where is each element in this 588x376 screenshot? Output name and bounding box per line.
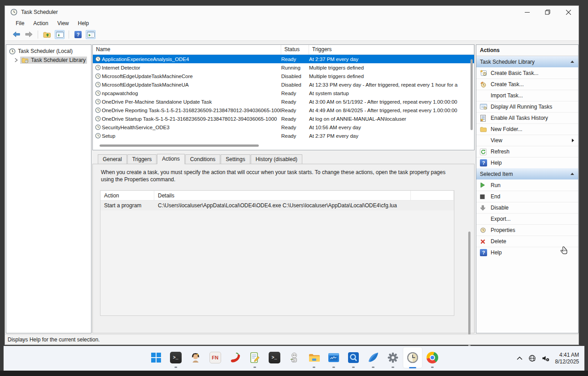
portrait-app-icon [190, 352, 201, 363]
menu-view[interactable]: View [53, 19, 74, 27]
taskbar-task-scheduler[interactable] [403, 347, 422, 368]
disable-icon [480, 205, 491, 211]
column-header-empty [411, 191, 454, 200]
task-clock-icon [93, 56, 102, 62]
menu-file[interactable]: File [11, 19, 29, 27]
library-folder-icon [22, 57, 29, 63]
task-row[interactable]: ApplicationExperienceAnalysis_ODE4 Ready… [93, 55, 474, 63]
taskbar-task-manager[interactable] [324, 347, 344, 368]
task-row[interactable]: OneDrive Reporting Task-S-1-5-21-3168236… [93, 106, 474, 114]
start-button[interactable] [146, 347, 166, 368]
action-end[interactable]: End [476, 191, 578, 202]
task-row[interactable]: MicrosoftEdgeUpdateTaskMachineCore Disab… [93, 72, 474, 80]
action-disable[interactable]: Disable [476, 202, 578, 213]
menu-action[interactable]: Action [29, 19, 52, 27]
up-one-level-button[interactable] [42, 30, 52, 39]
search-app-icon [348, 352, 359, 363]
action-refresh[interactable]: Refresh [476, 146, 578, 157]
help-toolbar-button[interactable]: ? [73, 30, 83, 39]
action-item-label: Delete [491, 238, 506, 245]
close-button[interactable] [558, 6, 579, 18]
taskbar-portrait-app[interactable] [186, 347, 205, 368]
minimize-button[interactable] [517, 6, 537, 18]
task-list-vertical-scrollbar[interactable] [470, 59, 473, 130]
collapse-arrow-icon[interactable] [571, 173, 574, 175]
action-properties[interactable]: Properties [476, 224, 578, 236]
task-row[interactable]: npcapwatchdog Ready At system startup [93, 89, 474, 97]
taskbar-settings[interactable] [383, 347, 403, 368]
action-run[interactable]: Run [476, 179, 578, 191]
taskbar-search-app[interactable] [344, 347, 363, 368]
tray-date: 8/12/2025 [555, 359, 579, 365]
action-create-task[interactable]: Create Task... [476, 79, 578, 90]
action-help-library[interactable]: ? Help [476, 157, 578, 168]
action-import-task[interactable]: Import Task... [476, 90, 578, 101]
task-triggers: At 2:37 PM every day [309, 133, 474, 139]
action-view[interactable]: View [476, 135, 578, 146]
task-row[interactable]: OneDrive Startup Task-S-1-5-21-316823650… [93, 114, 474, 123]
column-header-details[interactable]: Details [154, 191, 411, 200]
action-create-basic-task[interactable]: Create Basic Task... [476, 67, 578, 79]
action-export[interactable]: Export... [476, 213, 578, 224]
history-icon [480, 115, 491, 122]
tree-item-library[interactable]: Task Scheduler Library [6, 56, 91, 65]
taskbar-robot-app[interactable] [284, 347, 304, 368]
taskbar-file-explorer[interactable] [304, 347, 324, 368]
action-item-label: Create Task... [491, 81, 524, 87]
tab-settings[interactable]: Settings [221, 154, 250, 164]
task-triggers: Multiple triggers defined [309, 74, 474, 79]
action-display-all-running-tasks[interactable]: Display All Running Tasks [476, 101, 578, 112]
tray-chevron-up-icon[interactable] [517, 356, 523, 360]
forward-button[interactable] [24, 30, 34, 39]
task-list-horizontal-scrollbar[interactable] [100, 144, 259, 147]
taskbar-notepad-plus-plus[interactable] [245, 347, 265, 368]
task-row[interactable]: Setup Ready At 2:37 PM every day [93, 131, 474, 140]
run-icon [480, 182, 491, 188]
section-selected-item[interactable]: Selected Item [476, 168, 578, 179]
menu-help[interactable]: Help [74, 19, 94, 27]
task-row[interactable]: SecurityHealthService_ODE3 Ready At 10:5… [93, 123, 474, 131]
toolbar-separator [69, 31, 69, 39]
taskbar-pepper-app[interactable] [225, 347, 245, 368]
task-row[interactable]: MicrosoftEdgeUpdateTaskMachineUA Disable… [93, 80, 474, 89]
action-item-label: Disable [491, 205, 509, 211]
task-triggers: At 4:49 AM on 8/4/2025 - After triggered… [309, 108, 474, 113]
task-row[interactable]: OneDrive Per-Machine Standalone Update T… [93, 97, 474, 106]
no-internet-globe-icon[interactable] [528, 354, 536, 362]
titlebar[interactable]: Task Scheduler [5, 6, 579, 18]
tab-actions[interactable]: Actions [157, 154, 184, 164]
tree-item-root[interactable]: Task Scheduler (Local) [6, 47, 91, 56]
action-item-label: New Folder... [491, 126, 523, 132]
collapse-arrow-icon[interactable] [571, 61, 574, 63]
action-enable-all-tasks-history[interactable]: Enable All Tasks History [476, 112, 578, 123]
task-manager-icon [328, 352, 340, 363]
taskbar-terminal[interactable]: >_ [166, 347, 186, 368]
show-console-tree-button[interactable] [55, 30, 65, 39]
tab-general[interactable]: General [98, 154, 127, 164]
column-header-name[interactable]: Name [93, 45, 281, 54]
action-new-folder[interactable]: New Folder... [476, 123, 578, 135]
column-header-triggers[interactable]: Triggers [309, 45, 474, 54]
back-button[interactable] [11, 30, 21, 39]
section-task-scheduler-library[interactable]: Task Scheduler Library [476, 56, 578, 67]
task-name: npcapwatchdog [102, 91, 281, 96]
preview-pane: General Triggers Actions Conditions Sett… [92, 154, 475, 333]
task-row[interactable]: Internet Detector Running Multiple trigg… [93, 63, 474, 72]
taskbar-terminal-2[interactable]: >_ [265, 347, 284, 368]
tab-conditions[interactable]: Conditions [185, 154, 221, 164]
column-header-status[interactable]: Status [281, 45, 309, 54]
taskbar-wireshark[interactable] [363, 347, 383, 368]
task-name: SecurityHealthService_ODE3 [102, 125, 281, 130]
taskbar-fn-app[interactable]: FN [205, 347, 225, 368]
action-type: Start a program [100, 201, 154, 210]
tab-history[interactable]: History (disabled) [251, 154, 302, 164]
action-table-row[interactable]: Start a program C:\Users\localuser\AppDa… [100, 201, 454, 210]
restore-button[interactable] [537, 6, 558, 18]
tab-triggers[interactable]: Triggers [127, 154, 157, 164]
tray-clock[interactable]: 4:41 AM 8/12/2025 [555, 352, 579, 365]
muted-speaker-icon[interactable] [542, 355, 549, 362]
show-action-pane-button[interactable] [86, 30, 96, 39]
chevron-right-icon[interactable] [14, 58, 18, 62]
column-header-action[interactable]: Action [100, 191, 154, 200]
taskbar-chrome[interactable] [422, 347, 442, 368]
